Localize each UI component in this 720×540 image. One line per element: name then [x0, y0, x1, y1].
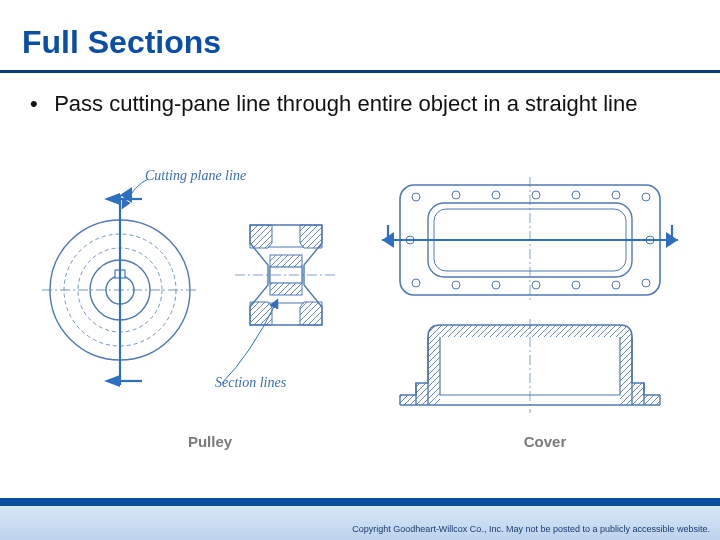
footer-bar: [0, 498, 720, 506]
copyright-text: Copyright Goodheart-Willcox Co., Inc. Ma…: [352, 524, 710, 534]
footer-fade: [0, 506, 720, 540]
slide-title: Full Sections: [22, 24, 221, 61]
cover-top-view: [382, 177, 678, 303]
svg-point-29: [412, 279, 420, 287]
bullet-text: Pass cutting-pane line through entire ob…: [54, 90, 674, 119]
svg-point-25: [532, 191, 540, 199]
svg-point-35: [642, 279, 650, 287]
title-underline: [0, 70, 720, 73]
svg-rect-45: [400, 395, 416, 405]
technical-drawing-svg: [40, 165, 680, 465]
svg-point-24: [492, 191, 500, 199]
pulley-front-view: [42, 179, 198, 387]
slide: Full Sections • Pass cutting-pane line t…: [0, 0, 720, 540]
svg-point-26: [572, 191, 580, 199]
cover-section-view: [400, 319, 660, 413]
svg-point-30: [452, 281, 460, 289]
svg-rect-46: [644, 395, 660, 405]
svg-rect-47: [416, 383, 428, 405]
svg-point-23: [452, 191, 460, 199]
svg-point-28: [642, 193, 650, 201]
svg-point-33: [572, 281, 580, 289]
svg-marker-11: [104, 375, 120, 387]
figure-area: Cutting plane line Section lines Pulley …: [40, 165, 680, 465]
svg-point-32: [532, 281, 540, 289]
svg-point-31: [492, 281, 500, 289]
svg-point-34: [612, 281, 620, 289]
svg-rect-48: [632, 383, 644, 405]
bullet-marker: •: [30, 90, 48, 119]
svg-point-22: [412, 193, 420, 201]
svg-point-27: [612, 191, 620, 199]
bullet-item: • Pass cutting-pane line through entire …: [30, 90, 690, 119]
svg-marker-10: [104, 193, 120, 205]
pulley-section-view: [222, 225, 337, 383]
